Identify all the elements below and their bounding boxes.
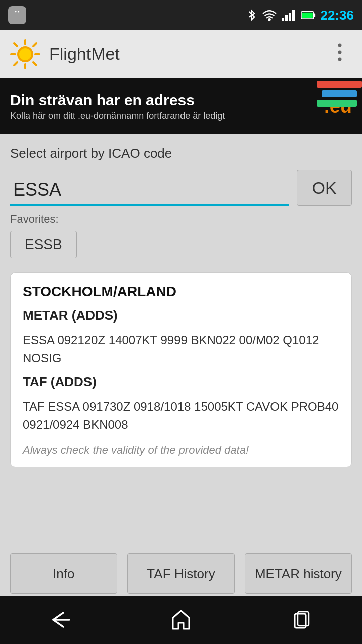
svg-point-30 (338, 58, 342, 61)
icao-input[interactable] (10, 175, 289, 206)
recents-icon (291, 609, 313, 631)
info-button[interactable]: Info (10, 553, 117, 594)
svg-rect-6 (12, 15, 14, 18)
svg-point-29 (338, 51, 342, 54)
app-title: FlightMet (49, 44, 328, 64)
battery-icon (301, 11, 316, 20)
metar-title: METAR (ADDS) (23, 308, 339, 327)
status-left (8, 6, 26, 24)
svg-line-4 (13, 9, 15, 10)
svg-rect-17 (302, 13, 312, 18)
taf-title: TAF (ADDS) (23, 374, 339, 393)
android-icon (8, 6, 26, 24)
svg-rect-7 (21, 15, 23, 18)
status-time: 22:36 (321, 8, 354, 23)
favorites-list: ESSB (10, 231, 352, 258)
home-icon (170, 609, 192, 631)
disclaimer: Always check the validity of the provide… (23, 444, 339, 457)
nav-home-button[interactable] (161, 605, 201, 635)
nav-recents-button[interactable] (282, 605, 322, 635)
back-icon (47, 610, 73, 630)
svg-rect-14 (292, 10, 295, 21)
svg-line-25 (14, 62, 17, 65)
data-card: STOCKHOLM/ARLAND METAR (ADDS) ESSA 09212… (10, 272, 352, 467)
svg-point-28 (338, 44, 342, 47)
app-logo-sun (10, 39, 40, 69)
banner-line1: Din strävan har en adress (10, 92, 317, 109)
svg-rect-11 (282, 18, 284, 21)
svg-point-27 (19, 48, 31, 60)
signal-icon (282, 10, 296, 21)
status-bar: 22:36 (0, 0, 362, 30)
section-label: Select airport by ICAO code (10, 146, 352, 162)
bottom-buttons: Info TAF History METAR history (0, 553, 362, 594)
status-icons: 22:36 (246, 8, 354, 23)
nav-bar (0, 596, 362, 644)
taf-history-button[interactable]: TAF History (127, 553, 234, 594)
nav-back-button[interactable] (40, 605, 80, 635)
banner-line2: Kolla här om ditt .eu-domännamn fortfara… (10, 111, 317, 121)
favorite-essb-button[interactable]: ESSB (10, 231, 77, 258)
svg-rect-13 (289, 13, 291, 21)
svg-rect-1 (13, 15, 22, 20)
overflow-menu-button[interactable] (328, 36, 352, 72)
app-toolbar: FlightMet (0, 30, 362, 78)
metar-history-button[interactable]: METAR history (245, 553, 352, 594)
svg-line-24 (33, 43, 36, 46)
main-content: Select airport by ICAO code OK Favorites… (0, 134, 362, 263)
bluetooth-icon (246, 8, 257, 22)
svg-rect-8 (15, 20, 17, 22)
favorites-label: Favorites: (10, 213, 352, 226)
svg-point-3 (18, 11, 19, 13)
icao-input-row: OK (10, 170, 352, 206)
airport-name: STOCKHOLM/ARLAND (23, 283, 339, 301)
svg-line-5 (20, 9, 22, 10)
svg-rect-12 (285, 15, 288, 21)
metar-data: ESSA 092120Z 14007KT 9999 BKN022 00/M02 … (23, 331, 339, 367)
svg-rect-16 (313, 13, 315, 17)
banner-ad[interactable]: Din strävan har en adress Kolla här om d… (0, 78, 362, 134)
svg-point-10 (268, 19, 270, 21)
taf-data: TAF ESSA 091730Z 0918/1018 15005KT CAVOK… (23, 397, 339, 434)
svg-rect-9 (18, 20, 20, 22)
svg-point-2 (15, 11, 17, 13)
svg-line-22 (14, 43, 17, 46)
wifi-icon (262, 10, 277, 21)
ok-button[interactable]: OK (297, 170, 352, 206)
svg-line-23 (33, 62, 36, 65)
